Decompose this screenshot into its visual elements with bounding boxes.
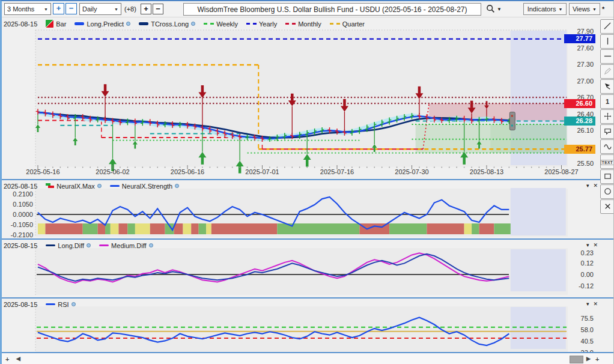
dash-swatch-icon bbox=[330, 23, 340, 25]
collapse-panel-button[interactable]: ▾ bbox=[586, 183, 589, 189]
line-horizontal-icon bbox=[603, 52, 612, 62]
marker-icon bbox=[603, 82, 612, 92]
search-chevron-icon[interactable]: ▼ bbox=[497, 7, 502, 12]
collapse-panel-button[interactable]: ▾ bbox=[586, 301, 589, 307]
cursor-date-label: 2025-08-15 bbox=[4, 242, 37, 249]
marker-button[interactable] bbox=[600, 79, 614, 94]
indicators-button[interactable]: Indicators ▼ bbox=[523, 3, 567, 15]
rsi-panel: 2025-08-15 RSI ▾ ✕ 75.558.040.523.0 bbox=[2, 297, 614, 352]
last-value-drag-handle[interactable] bbox=[509, 112, 515, 130]
rsi-legend: 2025-08-15 RSI bbox=[4, 300, 76, 309]
symbol-title-field[interactable]: WisdomTree Bloomberg U.S. Dollar Bullish… bbox=[183, 3, 481, 16]
axis-tick-label: 0.00 bbox=[566, 271, 594, 278]
line-swatch-icon bbox=[46, 244, 55, 246]
symbol-title: WisdomTree Bloomberg U.S. Dollar Bullish… bbox=[197, 5, 467, 14]
horizontal-scrollbar[interactable]: + ◀ ▶ + bbox=[2, 352, 614, 364]
close-panel-button[interactable]: ✕ bbox=[593, 242, 598, 248]
wave-button[interactable] bbox=[600, 139, 614, 154]
dash-swatch-icon bbox=[285, 23, 296, 25]
crosshair-icon bbox=[603, 112, 612, 122]
axis-tick-label: 40.5 bbox=[566, 338, 594, 345]
future-projection-region bbox=[511, 307, 566, 349]
info-dot-icon bbox=[87, 243, 91, 247]
axis-tick-label: -0.1050 bbox=[3, 221, 33, 228]
text-tool-button[interactable]: TEXT bbox=[600, 154, 614, 169]
legend-item-neuralx-max[interactable]: NeuralX.Max bbox=[46, 183, 102, 190]
panel-controls: ▾ ✕ bbox=[586, 242, 598, 248]
trend-line-button[interactable] bbox=[600, 19, 614, 34]
chevron-down-icon: ▼ bbox=[114, 7, 118, 11]
rectangle-button[interactable] bbox=[600, 169, 614, 184]
x-axis-date-label: 2025-07-16 bbox=[320, 168, 354, 175]
legend-item-long-predict[interactable]: Long.Predict bbox=[74, 20, 130, 28]
range-select[interactable]: 3 Months ▼ bbox=[4, 3, 51, 15]
range-zoom-out-button[interactable]: − bbox=[65, 3, 77, 14]
x-axis-date-label: 2025-07-30 bbox=[395, 168, 428, 175]
cursor-date-label: 2025-08-15 bbox=[4, 183, 37, 190]
toolbar: 3 Months ▼ + − Daily ▼ (+8) + − WisdomTr… bbox=[2, 1, 613, 17]
ellipse-button[interactable] bbox=[600, 184, 614, 199]
delete-button[interactable] bbox=[600, 199, 614, 214]
axis-tick-label: 0.2100 bbox=[3, 190, 33, 198]
scroll-right-button[interactable]: ▶ bbox=[586, 356, 591, 362]
vertical-line-button[interactable] bbox=[600, 34, 614, 49]
line-swatch-icon bbox=[139, 22, 148, 25]
interval-select[interactable]: Daily ▼ bbox=[79, 3, 121, 15]
info-dot-icon bbox=[191, 22, 195, 26]
future-projection-region bbox=[511, 188, 566, 235]
close-panel-button[interactable]: ✕ bbox=[593, 183, 598, 189]
diff-panel: 2025-08-15 Long.Diff Medium.Diff ▾ ✕ 0.2… bbox=[2, 238, 614, 297]
bars-remove-button[interactable]: − bbox=[153, 4, 163, 14]
legend-item-weekly[interactable]: Weekly bbox=[204, 20, 238, 28]
legend-item-tcross-long[interactable]: TCross.Long bbox=[139, 20, 195, 28]
legend-item-neuralx-strength[interactable]: NeuralX.Strength bbox=[110, 183, 179, 190]
line-swatch-icon bbox=[99, 244, 109, 246]
legend-item-bar[interactable]: Bar bbox=[46, 20, 66, 28]
zoom-in-left-button[interactable]: + bbox=[5, 356, 9, 363]
axis-tick-label: 27.90 bbox=[566, 28, 594, 35]
pencil-disabled-button[interactable] bbox=[600, 64, 614, 79]
rectangle-icon bbox=[603, 172, 612, 182]
legend-item-monthly[interactable]: Monthly bbox=[285, 20, 321, 28]
horizontal-line-button[interactable] bbox=[600, 49, 614, 64]
prediction-zones bbox=[416, 103, 567, 153]
zoom-in-right-button[interactable]: + bbox=[595, 356, 599, 363]
range-zoom-in-button[interactable]: + bbox=[53, 3, 64, 14]
cursor-date-label: 2025-08-15 bbox=[4, 20, 37, 28]
scrollbar-thumb[interactable] bbox=[570, 356, 583, 363]
collapse-panel-button[interactable]: ▾ bbox=[586, 242, 589, 248]
close-panel-button[interactable]: ✕ bbox=[593, 301, 598, 307]
axis-tick-label: 0.12 bbox=[566, 259, 594, 267]
modified-marker: * bbox=[602, 5, 604, 13]
axis-tick-label: 58.0 bbox=[566, 326, 594, 333]
legend-item-quarter[interactable]: Quarter bbox=[330, 20, 365, 28]
search-icon[interactable] bbox=[486, 4, 495, 14]
price-badge: 27.77 bbox=[564, 34, 595, 43]
neuralx-max-band bbox=[38, 223, 511, 234]
rsi-chart bbox=[2, 299, 599, 353]
ellipse-icon bbox=[603, 187, 612, 197]
callout-button[interactable] bbox=[600, 124, 614, 139]
diff-legend: 2025-08-15 Long.Diff Medium.Diff bbox=[4, 241, 153, 250]
scroll-left-button[interactable]: ◀ bbox=[16, 356, 20, 362]
x-axis-date-label: 2025-07-01 bbox=[245, 168, 279, 175]
crosshair-button[interactable] bbox=[600, 109, 614, 124]
views-button[interactable]: Views ▼ bbox=[569, 3, 600, 15]
x-axis-date-label: 2025-08-13 bbox=[470, 168, 503, 175]
bars-add-button[interactable]: + bbox=[141, 4, 151, 14]
bar-offset-label: (+8) bbox=[124, 5, 136, 13]
step-number-button[interactable]: 1 bbox=[600, 94, 614, 109]
band-swatch-icon bbox=[46, 183, 54, 189]
axis-tick-label: 0.1050 bbox=[3, 201, 33, 208]
number-icon: 1 bbox=[606, 98, 609, 105]
legend-item-long-diff[interactable]: Long.Diff bbox=[46, 242, 91, 249]
line-swatch-icon bbox=[74, 22, 84, 25]
legend-item-yearly[interactable]: Yearly bbox=[246, 20, 277, 28]
legend-item-rsi[interactable]: RSI bbox=[46, 301, 75, 308]
chevron-down-icon: ▼ bbox=[592, 7, 597, 11]
legend-item-medium-diff[interactable]: Medium.Diff bbox=[99, 242, 153, 249]
axis-tick-label: 26.10 bbox=[566, 127, 594, 134]
chevron-down-icon: ▼ bbox=[44, 7, 48, 11]
range-value: 3 Months bbox=[7, 5, 34, 13]
axis-tick-label: 75.5 bbox=[566, 315, 594, 322]
